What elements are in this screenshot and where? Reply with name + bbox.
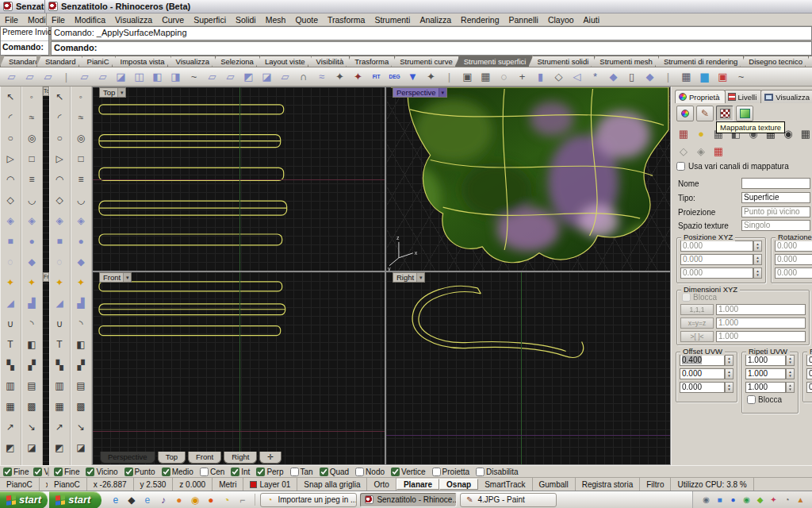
osnap-vertice-checkbox[interactable]	[391, 468, 400, 476]
tab-livelli[interactable]: Livelli	[724, 90, 763, 103]
viewport-front[interactable]: Front▾	[92, 271, 385, 465]
arc-tool-icon[interactable]: ▷	[0, 148, 21, 169]
uv-plane-icon[interactable]: ◇	[676, 144, 691, 158]
arc2-tool-icon[interactable]: ◡	[71, 190, 91, 210]
osnap-vicino-checkbox[interactable]	[86, 468, 94, 476]
viewport-right[interactable]: Right▾	[385, 271, 671, 465]
stamp-icon[interactable]: ▼	[404, 69, 422, 85]
explode-tool-icon[interactable]: ✦	[0, 272, 21, 293]
chrome-icon[interactable]: ◔	[220, 494, 232, 506]
fillet-tool-icon[interactable]: ✦	[71, 272, 91, 293]
srf-points-icon[interactable]: ▱	[94, 69, 112, 85]
curve-tool-icon[interactable]: ◜	[0, 107, 21, 128]
box-tool-icon[interactable]: ■	[49, 231, 70, 252]
tab-visualizza[interactable]: Visualizza	[167, 56, 216, 67]
osnap-punto-checkbox[interactable]	[124, 468, 133, 476]
patch-icon[interactable]: ◩	[239, 69, 258, 85]
dim-xyz-button[interactable]: x=y=z	[680, 318, 714, 329]
tray-clock-icon[interactable]: ◔	[782, 495, 792, 505]
surface-bend-tool-icon[interactable]: ◈	[71, 210, 91, 231]
shade-tool-icon[interactable]: ◩	[0, 437, 21, 458]
revolve-icon[interactable]: ▱	[203, 69, 221, 85]
circle-tool-icon[interactable]: ○	[0, 128, 21, 148]
grid-tool-icon[interactable]: ▦	[0, 396, 21, 417]
menu-pannelli[interactable]: Pannelli	[504, 15, 543, 25]
st-orto[interactable]: Orto	[367, 478, 396, 491]
menu-file[interactable]: File	[0, 15, 23, 25]
viewport-top[interactable]: Top▾	[92, 87, 385, 271]
menu-quote[interactable]: Quote	[290, 15, 323, 25]
tab-strumenti-rendering[interactable]: Strumenti di rendering	[655, 56, 744, 67]
tray-cam-icon[interactable]: ◉	[701, 495, 711, 505]
curve-down-tool-icon[interactable]: ↘	[71, 417, 91, 437]
tipo-select[interactable]: Superficie	[741, 192, 810, 203]
polygon-srf-icon[interactable]: ◇	[550, 69, 568, 85]
rot-y-field[interactable]: 0.000	[775, 254, 812, 265]
srf-frame-icon[interactable]: ▦	[477, 69, 495, 85]
polyline-tool-icon[interactable]: ≡	[21, 169, 42, 190]
media-note-icon[interactable]: ♪	[157, 494, 169, 506]
tab-imposta-vista[interactable]: Imposta vista	[112, 56, 171, 67]
tray-green-icon[interactable]: ◉	[741, 495, 752, 505]
torus-tool-icon[interactable]: ◌	[0, 252, 21, 272]
osnap-vicino-bg[interactable]: Vicir	[33, 468, 49, 476]
tab-visibilita[interactable]: Visibilità	[308, 56, 350, 67]
chevron-down-icon[interactable]: ▾	[416, 273, 424, 282]
task-button-browser[interactable]: ◔ Importare un jpeg in ...	[260, 493, 357, 507]
ramp-tool-icon[interactable]: ▟	[71, 293, 91, 314]
menu-aiuti[interactable]: Aiuti	[579, 15, 604, 25]
tab-visualizza[interactable]: Visualizza	[760, 90, 812, 103]
menu-trasforma[interactable]: Trasforma	[323, 15, 370, 25]
material-button[interactable]: ✎	[696, 106, 714, 121]
shade-tool-icon[interactable]: ◩	[49, 437, 70, 458]
tab-standard-bg[interactable]: Standard	[0, 56, 36, 67]
handle-tool-icon[interactable]: ◝	[71, 314, 91, 334]
mapping-duck-icon[interactable]: ●	[694, 126, 708, 140]
dim-extents-button[interactable]: >[ ]<	[680, 331, 714, 342]
task-button-rhino[interactable]: Senzatitolo - Rhinoce...	[360, 493, 457, 507]
viewport-perspective[interactable]: x y z Perspective▾	[385, 87, 671, 271]
handle-tool-icon[interactable]: ◝	[21, 314, 42, 334]
tab-pianic[interactable]: PianiC	[79, 56, 116, 67]
grid-tool-icon[interactable]: ▦	[49, 396, 70, 417]
ie-icon[interactable]: e	[109, 494, 121, 506]
dim-111-button[interactable]: 1,1,1	[680, 304, 714, 315]
r-v-field[interactable]: 0.0	[806, 368, 812, 379]
spinner[interactable]	[786, 382, 795, 393]
st-y[interactable]: y 2.530	[134, 478, 174, 491]
multi-channel-checkbox[interactable]	[676, 162, 685, 171]
menu-curve[interactable]: Curve	[157, 15, 189, 25]
osnap-tan[interactable]: Tan	[290, 468, 313, 476]
deg-srf-icon[interactable]: DEG	[385, 69, 404, 85]
polyline-tool-icon[interactable]: ≡	[71, 169, 91, 190]
mapping-srf-icon[interactable]: ▦	[676, 126, 691, 140]
menu-modifica[interactable]: Modifica	[23, 15, 47, 25]
vtab-front[interactable]: Front	[188, 452, 221, 464]
nome-input[interactable]	[741, 178, 810, 189]
proiezione-select[interactable]: Punto più vicino	[741, 206, 810, 217]
rot-z-field[interactable]: 0.000	[775, 267, 812, 279]
osnap-fine-checkbox[interactable]	[54, 468, 63, 476]
start-button[interactable]: start	[0, 491, 48, 508]
circle-tool-icon[interactable]: ○	[49, 128, 70, 148]
chevron-down-icon[interactable]: ▾	[117, 88, 125, 97]
osnap-proietta[interactable]: Proietta	[432, 468, 469, 476]
rectangle-tool-icon[interactable]: □	[71, 148, 91, 169]
dimensioni-blocca-checkbox[interactable]	[682, 293, 691, 302]
interp-curve-tool-icon[interactable]: ≈	[71, 107, 91, 128]
dim-y-field[interactable]: 1.000	[716, 318, 806, 329]
chamfer-tool-icon[interactable]: ◢	[49, 293, 70, 314]
curve-up-tool-icon[interactable]: ↗	[49, 417, 70, 437]
task-button-paint[interactable]: ✎ 4.JPG - Paint	[460, 493, 557, 507]
osnap-disabilita[interactable]: Disabilita	[476, 468, 519, 476]
sphere-tool-icon[interactable]: ●	[21, 231, 42, 252]
separator[interactable]: |	[659, 69, 677, 85]
osnap-disabilita-checkbox[interactable]	[476, 468, 485, 476]
osnap-vicino[interactable]: Vicino	[86, 468, 117, 476]
tab-strumenti-mesh[interactable]: Strumenti mesh	[591, 56, 659, 67]
st-smarttrack[interactable]: SmartTrack	[478, 478, 532, 491]
osnap-quad[interactable]: Quad	[320, 468, 349, 476]
tab-layout-viste[interactable]: Layout viste	[256, 56, 312, 67]
osnap-int[interactable]: Int	[231, 468, 250, 476]
array-tool-icon[interactable]: ▥	[0, 375, 21, 396]
